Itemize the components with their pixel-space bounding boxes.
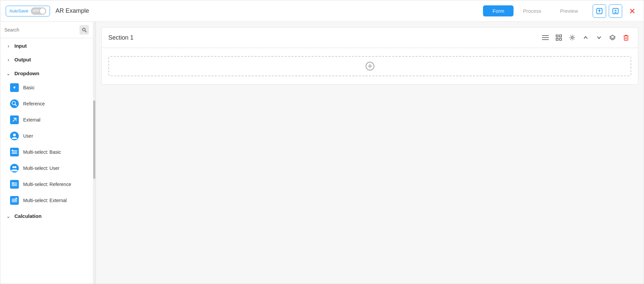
main-layout: › Input › Output ⌄ Dropdown (0, 22, 644, 284)
sidebar-group-output[interactable]: › Output (0, 52, 93, 66)
svg-rect-36 (559, 35, 561, 37)
svg-rect-37 (556, 38, 558, 40)
dropdown-group-label: Dropdown (14, 70, 39, 76)
sidebar: › Input › Output ⌄ Dropdown (0, 22, 96, 284)
export-icon-button[interactable] (593, 4, 606, 18)
multi-external-icon (10, 196, 19, 205)
tab-preview[interactable]: Preview (551, 5, 587, 16)
close-button[interactable] (626, 5, 638, 17)
svg-point-20 (12, 166, 14, 168)
sidebar-scroll-area: › Input › Output ⌄ Dropdown (0, 38, 93, 284)
section-up-btn[interactable] (580, 32, 591, 43)
external-label: External (23, 117, 40, 123)
header-icon-group (593, 4, 638, 18)
svg-point-26 (12, 182, 13, 184)
svg-point-21 (14, 166, 16, 168)
sidebar-item-multi-user[interactable]: Multi-select: User (0, 160, 93, 176)
section-container: Section 1 (101, 27, 638, 85)
autosave-label: AutoSave (9, 8, 28, 13)
reference-icon (10, 99, 19, 108)
multi-reference-icon (10, 180, 19, 189)
toggle-off-label: OFF (33, 9, 39, 13)
svg-rect-18 (12, 150, 13, 151)
tab-process[interactable]: Process (514, 5, 550, 16)
autosave-toggle[interactable]: OFF (31, 7, 46, 15)
header: AutoSave OFF AR Example Form Process Pre… (0, 0, 644, 22)
sidebar-group-input[interactable]: › Input (0, 38, 93, 52)
calculation-group-label: Calculation (14, 213, 42, 219)
sidebar-item-user[interactable]: User (0, 128, 93, 144)
input-chevron: › (6, 43, 11, 49)
sidebar-inner: › Input › Output ⌄ Dropdown (0, 22, 93, 284)
sidebar-item-reference[interactable]: Reference (0, 96, 93, 112)
content-area: Section 1 (96, 22, 644, 284)
multi-basic-label: Multi-select: Basic (23, 149, 61, 155)
reference-label: Reference (23, 101, 45, 106)
section-down-btn[interactable] (594, 32, 604, 43)
svg-rect-2 (613, 8, 618, 14)
sidebar-search-area (0, 22, 93, 38)
app-container: AutoSave OFF AR Example Form Process Pre… (0, 0, 644, 284)
drop-zone[interactable] (108, 56, 631, 76)
calculation-chevron: ⌄ (6, 214, 11, 219)
input-group-label: Input (14, 43, 27, 49)
sidebar-item-multi-basic[interactable]: Multi-select: Basic (0, 144, 93, 160)
multi-user-icon (10, 163, 19, 173)
output-group-label: Output (14, 57, 31, 62)
share-icon-button[interactable] (609, 4, 622, 18)
svg-point-5 (83, 28, 85, 31)
user-icon (10, 131, 19, 141)
svg-point-19 (10, 164, 19, 173)
multi-external-label: Multi-select: External (23, 198, 67, 203)
svg-marker-40 (610, 35, 615, 39)
svg-point-13 (13, 134, 16, 136)
section-title: Section 1 (108, 34, 536, 41)
sidebar-item-external[interactable]: External (0, 112, 93, 128)
sidebar-scrollbar-thumb (93, 100, 95, 179)
output-chevron: › (6, 57, 11, 62)
dropdown-basic-icon (10, 83, 19, 92)
svg-line-6 (85, 31, 87, 32)
section-body (102, 48, 638, 84)
sidebar-item-multi-external[interactable]: Multi-select: External (0, 192, 93, 208)
section-settings-btn[interactable] (567, 32, 578, 43)
multi-reference-label: Multi-select: Reference (23, 182, 71, 187)
section-layer-btn[interactable] (607, 32, 618, 43)
section-header: Section 1 (102, 28, 638, 48)
search-input[interactable] (4, 27, 77, 33)
svg-rect-38 (559, 38, 561, 40)
basic-label: Basic (23, 85, 35, 90)
app-title: AR Example (55, 7, 483, 14)
sidebar-scrollbar[interactable] (93, 22, 96, 284)
sidebar-group-dropdown[interactable]: ⌄ Dropdown (0, 66, 93, 80)
tab-form[interactable]: Form (483, 5, 514, 16)
sidebar-item-basic[interactable]: Basic (0, 80, 93, 96)
section-grid-btn[interactable] (553, 32, 564, 43)
header-tabs: Form Process Preview (483, 5, 587, 16)
multi-user-label: Multi-select: User (23, 165, 59, 171)
autosave-area[interactable]: AutoSave OFF (6, 6, 50, 16)
sidebar-group-calculation[interactable]: ⌄ Calculation (0, 208, 93, 222)
svg-point-39 (571, 37, 573, 39)
toggle-knob (40, 8, 45, 14)
external-icon (10, 115, 19, 125)
user-label: User (23, 133, 33, 139)
svg-rect-35 (556, 35, 558, 37)
search-icon-button[interactable] (79, 25, 89, 35)
svg-point-7 (10, 99, 19, 108)
dropdown-chevron: ⌄ (6, 71, 11, 76)
multi-basic-icon (10, 147, 19, 157)
svg-rect-41 (624, 36, 628, 40)
section-delete-btn[interactable] (621, 32, 631, 43)
sidebar-item-multi-reference[interactable]: Multi-select: Reference (0, 176, 93, 192)
section-list-btn[interactable] (540, 32, 551, 43)
section-actions (540, 32, 631, 43)
